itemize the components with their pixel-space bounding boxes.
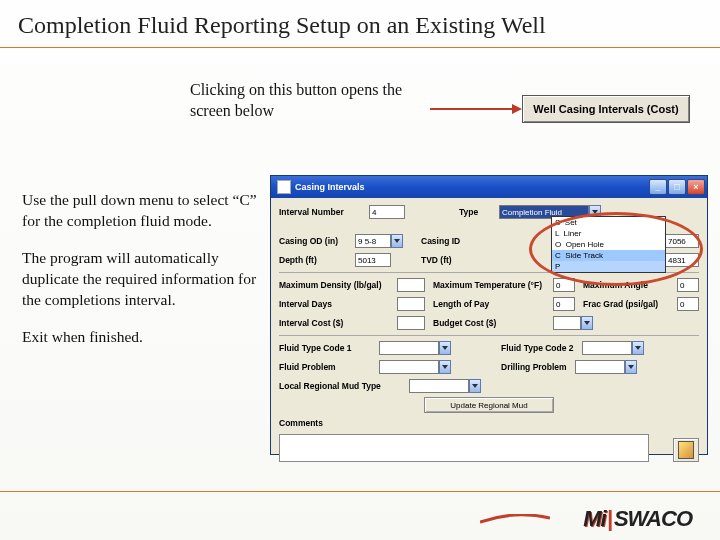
frac-grad-input[interactable]: 0 [677, 297, 699, 311]
footer-rule [0, 491, 720, 492]
interval-days-input[interactable] [397, 297, 425, 311]
logo-mi: Mi [583, 506, 605, 532]
length-pay-label: Length of Pay [433, 299, 553, 309]
max-density-label: Maximum Density (lb/gal) [279, 280, 397, 290]
logo-swoosh-icon [480, 510, 550, 520]
instruction-text: Use the pull down menu to select “C” for… [22, 190, 262, 364]
instruction-p1: Use the pull down menu to select “C” for… [22, 190, 262, 232]
length-pay-input[interactable]: 0 [553, 297, 575, 311]
slide-title: Completion Fluid Reporting Setup on an E… [0, 0, 720, 47]
fp-dd[interactable] [439, 360, 451, 374]
fluid-type-2-input[interactable] [582, 341, 632, 355]
dp-dd[interactable] [625, 360, 637, 374]
comments-textarea[interactable] [279, 434, 649, 462]
dialog-title: Casing Intervals [295, 182, 365, 192]
well-casing-intervals-button[interactable]: Well Casing Intervals (Cost) [522, 95, 690, 123]
budget-cost-label: Budget Cost ($) [433, 318, 553, 328]
logo-swaco: SWACO [614, 506, 692, 532]
tvd-label: TVD (ft) [421, 255, 471, 265]
in-input[interactable]: 7056 [665, 234, 699, 248]
casing-od-dd[interactable] [391, 234, 403, 248]
ft1-dd[interactable] [439, 341, 451, 355]
interval-number-label: Interval Number [279, 207, 369, 217]
fluid-type-1-input[interactable] [379, 341, 439, 355]
exit-icon[interactable] [673, 438, 699, 462]
drilling-problem-label: Drilling Problem [501, 362, 567, 372]
type-option-c[interactable]: C Side Track [552, 250, 665, 261]
title-underline [0, 47, 720, 48]
fluid-type-2-label: Fluid Type Code 2 [501, 343, 574, 353]
close-button[interactable]: × [687, 179, 705, 195]
budget-cost-dd[interactable] [581, 316, 593, 330]
maximize-button[interactable]: □ [668, 179, 686, 195]
max-angle-label: Maximum Angle [583, 280, 648, 290]
drilling-problem-input[interactable] [575, 360, 625, 374]
fluid-problem-label: Fluid Problem [279, 362, 379, 372]
max-angle-input[interactable]: 0 [677, 278, 699, 292]
casing-od-label: Casing OD (in) [279, 236, 355, 246]
comments-label: Comments [279, 418, 323, 428]
local-mud-input[interactable] [409, 379, 469, 393]
max-temp-label: Maximum Temperature (°F) [433, 280, 553, 290]
interval-number-input[interactable]: 4 [369, 205, 405, 219]
depth-input[interactable]: 5013 [355, 253, 391, 267]
depth-label: Depth (ft) [279, 255, 355, 265]
casing-od-input[interactable]: 9 5-8 [355, 234, 391, 248]
type-option-l[interactable]: L Liner [552, 228, 665, 239]
local-mud-label: Local Regional Mud Type [279, 381, 409, 391]
arrow-annotation [430, 108, 520, 110]
lm-dd[interactable] [469, 379, 481, 393]
type-dropdown-list[interactable]: S Set L Liner O Open Hole C Side Track P [551, 216, 666, 273]
dialog-titlebar[interactable]: Casing Intervals _ □ × [271, 176, 707, 198]
minimize-button[interactable]: _ [649, 179, 667, 195]
casing-id-label: Casing ID [421, 236, 471, 246]
ft2-dd[interactable] [632, 341, 644, 355]
interval-cost-input[interactable] [397, 316, 425, 330]
type-option-s[interactable]: S Set [552, 217, 665, 228]
callout-text: Clicking on this button opens the screen… [190, 80, 430, 122]
interval-days-label: Interval Days [279, 299, 397, 309]
type-option-p[interactable]: P [552, 261, 665, 272]
casing-intervals-dialog: Casing Intervals _ □ × Interval Number 4… [270, 175, 708, 455]
interval-cost-label: Interval Cost ($) [279, 318, 397, 328]
instruction-p2: The program will automatically duplicate… [22, 248, 262, 311]
divider-2 [279, 335, 699, 336]
type-option-o[interactable]: O Open Hole [552, 239, 665, 250]
instruction-p3: Exit when finished. [22, 327, 262, 348]
update-regional-mud-button[interactable]: Update Regional Mud [424, 397, 554, 413]
frac-grad-label: Frac Grad (psi/gal) [583, 299, 658, 309]
ft-input[interactable]: 4831 [665, 253, 699, 267]
miswaco-logo: Mi|SWACO [583, 506, 692, 532]
fluid-problem-input[interactable] [379, 360, 439, 374]
max-temp-input[interactable]: 0 [553, 278, 575, 292]
max-density-input[interactable] [397, 278, 425, 292]
dialog-body: Interval Number 4 Type Completion Fluid … [271, 198, 707, 468]
fluid-type-1-label: Fluid Type Code 1 [279, 343, 379, 353]
budget-cost-input[interactable] [553, 316, 581, 330]
dialog-icon [277, 180, 291, 194]
type-label: Type [459, 207, 499, 217]
logo-dash: | [607, 506, 613, 532]
